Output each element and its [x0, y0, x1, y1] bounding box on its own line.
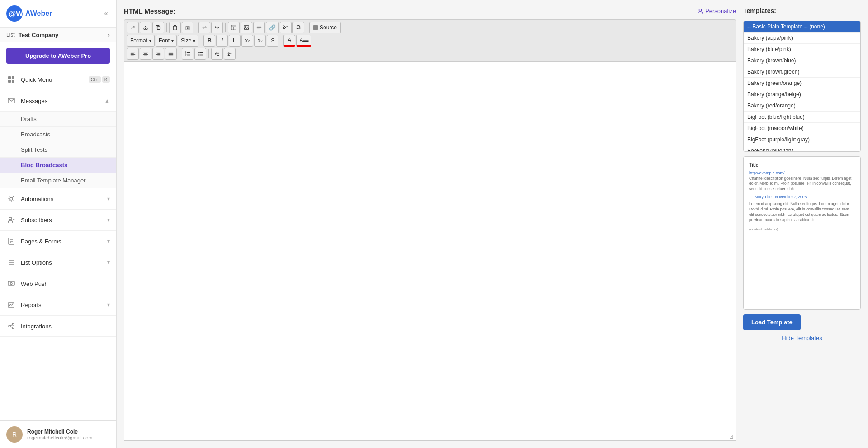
template-item-bakery-red-orange[interactable]: Bakery (red/orange) [744, 100, 860, 112]
sidebar-item-subscribers[interactable]: Subscribers ▾ [0, 210, 116, 231]
justify-button[interactable] [253, 22, 265, 33]
underline-button[interactable]: U [229, 35, 241, 47]
toolbar-separator-5 [201, 36, 201, 45]
logo-text: AWeber [25, 9, 52, 18]
superscript-button[interactable]: x2 [241, 35, 253, 47]
subscribers-label: Subscribers [21, 217, 107, 224]
italic-button[interactable]: I [216, 35, 228, 47]
sidebar-item-web-push[interactable]: Web Push [0, 273, 116, 294]
template-item-bakery-brown-blue[interactable]: Bakery (brown/blue) [744, 55, 860, 66]
editor-section: HTML Message: Personalize ⤢ [124, 7, 736, 441]
sidebar-item-broadcasts[interactable]: Broadcasts [0, 127, 116, 142]
unordered-list-button[interactable] [194, 48, 206, 60]
paste-text-button[interactable] [182, 22, 193, 33]
list-label: List [6, 32, 15, 38]
svg-line-27 [145, 26, 146, 28]
svg-rect-44 [313, 25, 318, 30]
template-item-bakery-orange-beige[interactable]: Bakery (orange/beige) [744, 89, 860, 100]
sidebar-item-blog-broadcasts[interactable]: Blog Broadcasts [0, 158, 116, 173]
templates-list[interactable]: -- Basic Plain Template -- (none) Bakery… [743, 21, 861, 152]
format-dropdown[interactable]: Format [127, 35, 155, 47]
resize-handle[interactable]: ⊿ [729, 434, 735, 439]
paste-button[interactable] [169, 22, 181, 33]
align-left-button[interactable] [127, 48, 139, 60]
templates-section: Templates: -- Basic Plain Template -- (n… [743, 7, 861, 441]
svg-point-17 [10, 283, 12, 285]
toolbar-separator-7 [179, 49, 179, 58]
preview-item-text: Lorem id adipiscing elit. Nulla sed turp… [749, 201, 855, 223]
svg-rect-4 [8, 80, 11, 83]
pages-forms-label: Pages & Forms [21, 238, 107, 245]
insert-table-button[interactable] [228, 22, 240, 33]
sidebar-item-list-options[interactable]: List Options ▾ [0, 252, 116, 273]
indent-more-button[interactable] [224, 48, 236, 60]
editor-title: HTML Message: [124, 7, 175, 15]
envelope-icon [6, 96, 16, 106]
preview-desc: Channel description goes here. Nulla sed… [749, 176, 855, 192]
sidebar-item-split-tests[interactable]: Split Tests [0, 142, 116, 158]
font-color-button[interactable]: A [283, 35, 295, 47]
bg-color-button[interactable]: A▬ [296, 35, 311, 47]
toolbar-row-1: ⤢ ↩ ↪ [127, 22, 733, 33]
svg-point-19 [9, 325, 10, 327]
sidebar-item-email-template-manager[interactable]: Email Template Manager [0, 173, 116, 188]
insert-image-button[interactable] [241, 22, 252, 33]
reports-chevron-icon: ▾ [107, 302, 110, 308]
sidebar-item-quick-menu[interactable]: Quick Menu Ctrl K [0, 69, 116, 90]
template-item-bookend-blue-tan[interactable]: Bookend (blue/tan) [744, 145, 860, 152]
sidebar-item-messages[interactable]: Messages ▲ [0, 90, 116, 112]
collapse-sidebar-button[interactable]: « [102, 8, 110, 19]
list-options-icon [6, 257, 16, 267]
quick-menu-shortcut: Ctrl K [89, 76, 110, 83]
template-item-bakery-aqua-pink[interactable]: Bakery (aqua/pink) [744, 33, 860, 44]
svg-point-20 [12, 323, 14, 325]
svg-point-21 [12, 327, 14, 329]
template-item-bigfoot-purple[interactable]: BigFoot (purple/light gray) [744, 134, 860, 145]
template-item-bakery-blue-pink[interactable]: Bakery (blue/pink) [744, 44, 860, 55]
align-justify-button[interactable] [165, 48, 177, 60]
template-item-bakery-brown-green[interactable]: Bakery (brown/green) [744, 66, 860, 78]
font-dropdown[interactable]: Font [156, 35, 177, 47]
template-item-basic-plain[interactable]: -- Basic Plain Template -- (none) [744, 21, 860, 33]
undo-button[interactable]: ↩ [198, 22, 210, 33]
sidebar-item-integrations[interactable]: Integrations [0, 316, 116, 337]
remove-link-button[interactable] [280, 22, 292, 33]
cut-button[interactable] [140, 22, 151, 33]
sidebar-item-automations[interactable]: Automations ▾ [0, 188, 116, 210]
avatar: R [6, 426, 23, 443]
ordered-list-button[interactable]: 1.2.3. [182, 48, 193, 60]
quick-menu-label: Quick Menu [21, 76, 89, 83]
source-button[interactable]: Source [309, 22, 341, 33]
upgrade-button[interactable]: Upgrade to AWeber Pro [6, 48, 110, 64]
ctrl-key: Ctrl [89, 76, 101, 83]
preview-inner: Title http://example.com/ Channel descri… [744, 157, 860, 237]
redo-button[interactable]: ↪ [211, 22, 223, 33]
personalize-button[interactable]: Personalize [697, 8, 736, 14]
toolbar-separator-2 [196, 23, 196, 32]
copy-button[interactable] [152, 22, 164, 33]
toolbar-separator-4 [307, 23, 307, 32]
strikethrough-button[interactable]: S [267, 35, 278, 47]
special-chars-button[interactable]: Ω [292, 22, 304, 33]
template-item-bigfoot-blue[interactable]: BigFoot (blue/light blue) [744, 112, 860, 123]
maximize-button[interactable]: ⤢ [127, 22, 139, 33]
sidebar-item-reports[interactable]: Reports ▾ [0, 294, 116, 316]
template-item-bigfoot-maroon[interactable]: BigFoot (maroon/white) [744, 123, 860, 134]
editor-header: HTML Message: Personalize [124, 7, 736, 15]
list-selector[interactable]: List Test Company › [0, 28, 116, 42]
template-item-bakery-green-orange[interactable]: Bakery (green/orange) [744, 78, 860, 89]
svg-rect-29 [157, 27, 160, 30]
align-right-button[interactable] [152, 48, 164, 60]
sidebar-item-pages-forms[interactable]: Pages & Forms ▾ [0, 231, 116, 252]
load-template-button[interactable]: Load Template [743, 314, 801, 330]
size-dropdown[interactable]: Size [178, 35, 198, 47]
indent-less-button[interactable] [211, 48, 223, 60]
bold-button[interactable]: B [203, 35, 215, 47]
sidebar-item-drafts[interactable]: Drafts [0, 112, 116, 127]
integrations-label: Integrations [21, 323, 110, 330]
align-center-button[interactable] [140, 48, 151, 60]
insert-link-button[interactable]: 🔗 [266, 22, 279, 33]
hide-templates-button[interactable]: Hide Templates [743, 335, 861, 341]
editor-body[interactable]: ⊿ [124, 61, 736, 441]
subscript-button[interactable]: x2 [254, 35, 266, 47]
